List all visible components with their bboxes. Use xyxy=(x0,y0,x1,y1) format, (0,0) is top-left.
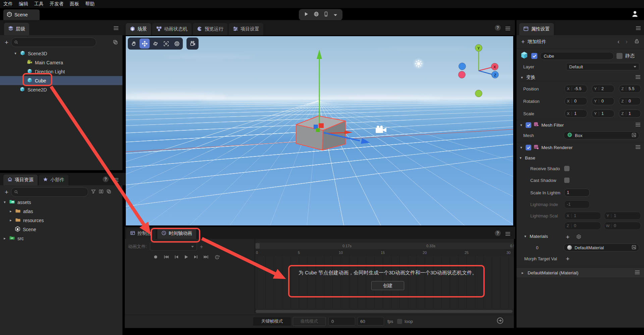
caret-right-icon[interactable]: ▸ xyxy=(9,209,13,213)
assets-menu-icon[interactable] xyxy=(113,177,119,183)
base-section-title[interactable]: Base xyxy=(525,155,535,160)
add-asset-button[interactable]: + xyxy=(5,189,8,195)
step-back-icon[interactable] xyxy=(174,254,179,260)
cast-shadow-checkbox[interactable] xyxy=(564,178,570,183)
layer-select[interactable]: Default xyxy=(566,63,639,70)
hierarchy-search-input[interactable] xyxy=(20,40,93,45)
assets-search-input[interactable] xyxy=(20,189,85,195)
caret-down-icon[interactable]: ▾ xyxy=(523,234,527,239)
play-icon[interactable] xyxy=(304,12,309,18)
step-forward-icon[interactable] xyxy=(194,254,198,260)
create-button[interactable]: 创建 xyxy=(371,281,404,290)
menu-panel[interactable]: 面板 xyxy=(70,1,79,7)
tab-inspector[interactable]: 属性设置 xyxy=(519,23,554,35)
gizmo-ball-neg-x[interactable] xyxy=(459,71,466,78)
scene-window-tab[interactable]: Scene xyxy=(3,9,40,20)
timeline-help-icon[interactable]: ? xyxy=(495,230,501,236)
timeline-frame-ruler[interactable]: 0 5 10 15 20 25 30 xyxy=(255,249,514,256)
menu-edit[interactable]: 编辑 xyxy=(19,1,28,7)
tab-preview[interactable]: 预览运行 xyxy=(193,23,227,35)
asset-scene-file[interactable]: Scene xyxy=(0,225,122,234)
scale-z-field[interactable]: Z1 xyxy=(619,110,641,118)
curve-mode-button[interactable]: 曲线模式 xyxy=(293,317,326,326)
keyframe-mode-button[interactable]: 关键帧模式 xyxy=(253,317,291,326)
asset-folder-atlas[interactable]: ▸ atlas xyxy=(0,207,122,216)
mesh-renderer-enabled-checkbox[interactable] xyxy=(526,145,531,150)
asset-picker-icon[interactable] xyxy=(632,245,636,251)
user-avatar-icon[interactable] xyxy=(631,10,639,19)
tab-widgets[interactable]: 小部件 xyxy=(39,175,68,185)
timeline-menu-icon[interactable] xyxy=(505,231,511,237)
pan-hand-tool[interactable] xyxy=(129,39,139,49)
material-settings-icon[interactable] xyxy=(576,234,581,240)
position-z-field[interactable]: Z5.5 xyxy=(619,85,641,93)
hierarchy-node-scene3d[interactable]: ▾ Scene3D xyxy=(0,49,122,58)
loop-checkbox[interactable] xyxy=(397,319,402,324)
menu-help[interactable]: 帮助 xyxy=(85,1,95,7)
material-asset-section[interactable]: ▸ DefaultMaterial (Material) xyxy=(517,267,644,278)
tab-project-settings[interactable]: 项目设置 xyxy=(229,23,263,35)
mesh-renderer-title[interactable]: Mesh Renderer xyxy=(541,145,573,150)
caret-down-icon[interactable]: ▾ xyxy=(519,145,523,150)
playhead-box[interactable] xyxy=(256,243,260,249)
assets-copy-icon[interactable] xyxy=(106,189,111,195)
hierarchy-copy-icon[interactable] xyxy=(113,40,118,46)
material-field[interactable]: DefaultMaterial xyxy=(564,244,639,252)
mobile-icon[interactable] xyxy=(324,11,328,18)
transform-section-title[interactable]: 变换 xyxy=(526,74,535,80)
hierarchy-node-cube[interactable]: Cube xyxy=(0,76,122,85)
add-component-label[interactable]: 增加组件 xyxy=(528,39,546,45)
caret-down-icon[interactable]: ▾ xyxy=(519,156,523,160)
scale-y-field[interactable]: Y1 xyxy=(592,110,614,118)
mesh-field[interactable]: Box xyxy=(564,131,639,139)
fps-input[interactable] xyxy=(357,317,384,326)
position-y-field[interactable]: Y2 xyxy=(592,85,614,93)
move-tool[interactable] xyxy=(140,39,150,49)
hierarchy-menu-icon[interactable] xyxy=(113,25,119,31)
tab-console[interactable]: 控制台 xyxy=(126,228,156,239)
history-back-icon[interactable]: ‹ xyxy=(618,38,620,45)
asset-picker-icon[interactable] xyxy=(632,133,636,138)
menu-tools[interactable]: 工具 xyxy=(34,1,44,7)
record-icon[interactable] xyxy=(153,254,158,260)
scene-help-icon[interactable]: ? xyxy=(495,25,501,31)
caret-down-icon[interactable]: ▾ xyxy=(13,51,17,56)
gizmo-ball-neg-y[interactable] xyxy=(475,90,482,97)
tab-animator[interactable]: 动画状态机 xyxy=(152,23,192,35)
hierarchy-node-direction-light[interactable]: Direction Light xyxy=(0,67,122,76)
tab-timeline-animation[interactable]: 时间轴动画 xyxy=(157,228,196,239)
history-forward-icon[interactable]: › xyxy=(626,38,628,45)
material-section-menu-icon[interactable] xyxy=(635,270,640,276)
caret-down-icon[interactable]: ▾ xyxy=(520,75,524,80)
scale-in-lightmap-field[interactable]: 1 xyxy=(564,189,590,197)
loop-once-icon[interactable] xyxy=(214,254,220,260)
assets-help-icon[interactable]: ? xyxy=(103,176,109,182)
caret-down-icon[interactable] xyxy=(333,12,337,18)
add-material-button[interactable]: + xyxy=(566,234,570,240)
mesh-renderer-menu-icon[interactable] xyxy=(635,145,641,150)
caret-right-icon[interactable]: ▸ xyxy=(521,271,525,275)
add-component-icon[interactable]: + xyxy=(521,39,525,45)
asset-folder-resources[interactable]: ▸ resources xyxy=(0,216,122,225)
menu-file[interactable]: 文件 xyxy=(3,1,13,7)
mesh-filter-enabled-checkbox[interactable] xyxy=(526,122,531,128)
asset-folder-assets[interactable]: ▾ assets xyxy=(0,198,122,207)
caret-right-icon[interactable]: ▸ xyxy=(3,236,7,241)
inspector-menu-icon[interactable] xyxy=(636,25,641,31)
materials-title[interactable]: Materials xyxy=(530,234,548,239)
filter-icon[interactable] xyxy=(91,189,96,195)
node-enabled-checkbox[interactable] xyxy=(531,53,537,59)
tab-project-resources[interactable]: 项目资源 xyxy=(3,175,38,185)
scale-x-field[interactable]: X1 xyxy=(565,110,587,118)
clip-select[interactable] xyxy=(150,243,197,251)
caret-down-icon[interactable]: ▾ xyxy=(519,123,523,127)
rotation-x-field[interactable]: X0 xyxy=(565,97,587,105)
columns-icon[interactable] xyxy=(99,189,104,195)
transform-menu-icon[interactable] xyxy=(635,75,641,80)
mesh-filter-menu-icon[interactable] xyxy=(635,123,641,128)
export-icon[interactable] xyxy=(496,317,504,326)
add-node-button[interactable]: + xyxy=(5,39,8,46)
caret-down-icon[interactable]: ▾ xyxy=(3,200,7,204)
hierarchy-node-main-camera[interactable]: Main Camera xyxy=(0,58,122,67)
skip-end-icon[interactable] xyxy=(203,254,209,260)
